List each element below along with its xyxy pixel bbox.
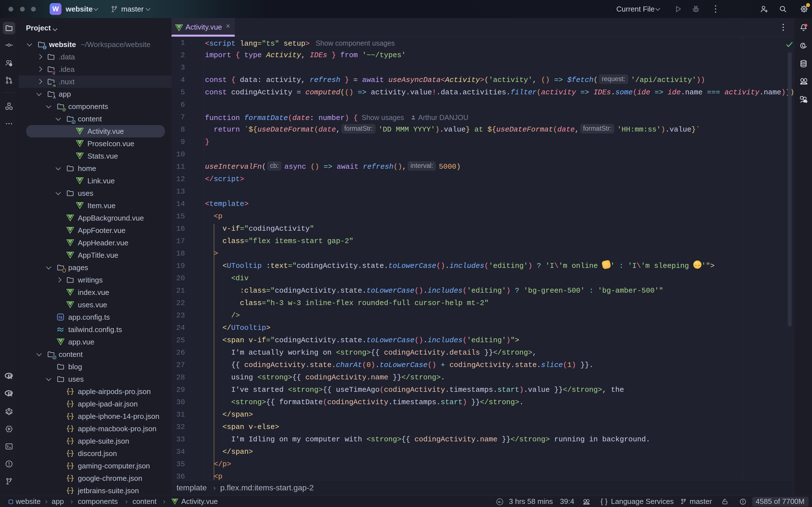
svg-text:TS: TS (58, 316, 63, 319)
svg-text:IJ: IJ (53, 71, 55, 74)
